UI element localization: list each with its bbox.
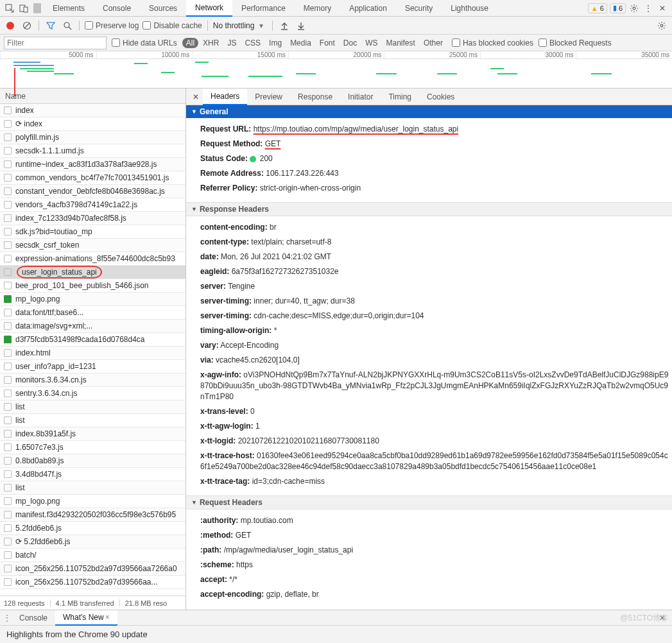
request-row[interactable]: mp_logo.png bbox=[0, 293, 185, 306]
filter-chip-font[interactable]: Font bbox=[316, 38, 339, 48]
detail-close-icon[interactable]: ✕ bbox=[189, 92, 203, 101]
request-row[interactable]: index bbox=[0, 104, 185, 117]
header-row: x-agw-info: oVi3PNOHdNtQp9Bm7x7TaYnuf-AL… bbox=[200, 368, 669, 404]
request-row[interactable]: batch/ bbox=[0, 549, 185, 562]
request-row[interactable]: constant_vendor_0ebfcfe8b0468e3698ac.js bbox=[0, 185, 185, 198]
header-row: :path: /mp/agw/media/user_login_status_a… bbox=[200, 543, 669, 558]
disable-cache-checkbox[interactable]: Disable cache bbox=[142, 21, 202, 30]
filter-chip-all[interactable]: All bbox=[182, 38, 198, 48]
request-row[interactable]: expression-animations_8f55e744600dc8c5b9… bbox=[0, 252, 185, 266]
file-icon bbox=[4, 403, 12, 411]
detail-tab-cookies[interactable]: Cookies bbox=[419, 89, 462, 105]
inspect-icon[interactable] bbox=[3, 4, 17, 13]
request-row[interactable]: manifest.f3d4293220502f036cc5f98e3c576b9… bbox=[0, 508, 185, 522]
filter-input[interactable] bbox=[4, 37, 107, 49]
filter-toggle-icon[interactable] bbox=[44, 19, 57, 32]
request-row[interactable]: 0.8bd0ab89.js bbox=[0, 454, 185, 468]
request-row[interactable]: icon_256x256.110752bd2a97d39566aa... bbox=[0, 576, 185, 589]
has-blocked-cookies-checkbox[interactable]: Has blocked cookies bbox=[452, 39, 533, 47]
drawer-tab-close-icon[interactable]: × bbox=[105, 613, 110, 622]
main-tab-console[interactable]: Console bbox=[94, 0, 140, 17]
drawer-close-icon[interactable]: ✕ bbox=[655, 613, 669, 622]
request-row[interactable]: vendors_4acfb3798d74149c1a22.js bbox=[0, 198, 185, 212]
kebab-icon[interactable]: ⋮ bbox=[641, 4, 655, 13]
request-row[interactable]: user_login_status_api bbox=[0, 266, 185, 279]
request-row[interactable]: ⟳ 5.2fdd6eb6.js bbox=[0, 535, 185, 549]
request-row[interactable]: common_vendors_bc4f7e7fc70013451901.js bbox=[0, 171, 185, 185]
throttling-select[interactable]: No throttling▾ bbox=[213, 21, 268, 30]
general-section-header[interactable]: ▼General bbox=[186, 105, 672, 118]
messages-badge[interactable]: ▮6 bbox=[610, 3, 626, 13]
filter-chip-js[interactable]: JS bbox=[223, 38, 240, 48]
search-icon[interactable] bbox=[61, 19, 74, 32]
upload-har-icon[interactable] bbox=[278, 19, 291, 32]
main-tab-application[interactable]: Application bbox=[340, 0, 396, 17]
filter-chip-css[interactable]: CSS bbox=[241, 38, 264, 48]
request-row[interactable]: sentry.3.6.34.cn.js bbox=[0, 387, 185, 400]
request-headers-section[interactable]: ▼Request Headers bbox=[186, 495, 672, 510]
request-row[interactable]: index.8b391a5f.js bbox=[0, 427, 185, 441]
request-row[interactable]: user_info?app_id=1231 bbox=[0, 360, 185, 373]
drawer-kebab-icon[interactable]: ⋮ bbox=[3, 613, 12, 622]
request-row[interactable]: monitors.3.6.34.cn.js bbox=[0, 373, 185, 387]
request-row[interactable]: list bbox=[0, 400, 185, 414]
main-tab-security[interactable]: Security bbox=[396, 0, 442, 17]
filter-chip-other[interactable]: Other bbox=[420, 38, 447, 48]
filter-chip-xhr[interactable]: XHR bbox=[199, 38, 223, 48]
request-row[interactable]: data:font/ttf;base6... bbox=[0, 306, 185, 320]
devtools-close-icon[interactable]: ✕ bbox=[655, 4, 669, 13]
request-row[interactable]: secsdk_csrf_token bbox=[0, 239, 185, 252]
request-row[interactable]: data:image/svg+xml;... bbox=[0, 320, 185, 333]
download-har-icon[interactable] bbox=[295, 19, 307, 32]
device-toggle-icon[interactable] bbox=[17, 4, 31, 13]
request-row[interactable]: mp_logo.png bbox=[0, 495, 185, 508]
timeline-overview[interactable]: 5000 ms10000 ms15000 ms20000 ms25000 ms3… bbox=[0, 51, 672, 89]
request-row[interactable]: 3.4d8bd47f.js bbox=[0, 468, 185, 481]
request-row[interactable]: icon_256x256.110752bd2a97d39566aa7266a0 bbox=[0, 562, 185, 576]
request-row[interactable]: ⟳ index bbox=[0, 117, 185, 131]
file-icon bbox=[4, 255, 12, 262]
hide-data-urls-checkbox[interactable]: Hide data URLs bbox=[112, 39, 177, 47]
request-row[interactable]: list bbox=[0, 481, 185, 495]
drawer-tab-console[interactable]: Console bbox=[12, 610, 55, 626]
detail-tab-response[interactable]: Response bbox=[290, 89, 340, 105]
request-row[interactable]: polyfill.min.js bbox=[0, 131, 185, 144]
main-tab-network[interactable]: Network bbox=[186, 0, 232, 17]
request-name: bee_prod_101_bee_publish_5466.json bbox=[15, 281, 149, 290]
request-row[interactable]: secsdk-1.1.1.umd.js bbox=[0, 144, 185, 158]
filter-chip-manifest[interactable]: Manifest bbox=[383, 38, 419, 48]
request-row[interactable]: bee_prod_101_bee_publish_5466.json bbox=[0, 279, 185, 293]
request-list-header[interactable]: Name bbox=[0, 89, 185, 104]
main-tab-elements[interactable]: Elements bbox=[44, 0, 94, 17]
warnings-badge[interactable]: ▲6 bbox=[588, 3, 607, 13]
filter-chip-img[interactable]: Img bbox=[265, 38, 286, 48]
response-headers-section[interactable]: ▼Response Headers bbox=[186, 202, 672, 216]
request-row[interactable]: 1.6507c7e3.js bbox=[0, 441, 185, 454]
detail-tab-initiator[interactable]: Initiator bbox=[340, 89, 381, 105]
clear-button[interactable] bbox=[21, 19, 33, 32]
main-tab-performance[interactable]: Performance bbox=[232, 0, 295, 17]
detail-tab-timing[interactable]: Timing bbox=[381, 89, 419, 105]
request-row[interactable]: sdk.js?bid=toutiao_mp bbox=[0, 225, 185, 239]
request-row[interactable]: 5.2fdd6eb6.js bbox=[0, 522, 185, 535]
network-settings-icon[interactable] bbox=[655, 19, 668, 32]
detail-tab-preview[interactable]: Preview bbox=[247, 89, 290, 105]
filter-chip-doc[interactable]: Doc bbox=[340, 38, 361, 48]
filter-chip-media[interactable]: Media bbox=[286, 38, 315, 48]
request-row[interactable]: runtime~index_ac83f1d3a378af3ae928.js bbox=[0, 158, 185, 171]
main-tab-sources[interactable]: Sources bbox=[140, 0, 186, 17]
main-tab-lighthouse[interactable]: Lighthouse bbox=[442, 0, 497, 17]
detail-tab-headers[interactable]: Headers bbox=[203, 89, 247, 105]
drawer-tab-what-s-new[interactable]: What's New × bbox=[55, 610, 117, 626]
request-row[interactable]: list bbox=[0, 414, 185, 427]
request-row[interactable]: d3f75fcdb531498f9cada16d0768d4ca bbox=[0, 333, 185, 347]
record-button[interactable] bbox=[4, 19, 17, 32]
main-tab-memory[interactable]: Memory bbox=[295, 0, 340, 17]
request-name: runtime~index_ac83f1d3a378af3ae928.js bbox=[15, 160, 157, 169]
request-row[interactable]: index.html bbox=[0, 347, 185, 360]
preserve-log-checkbox[interactable]: Preserve log bbox=[85, 21, 139, 30]
filter-chip-ws[interactable]: WS bbox=[361, 38, 381, 48]
settings-icon[interactable] bbox=[627, 4, 641, 13]
request-row[interactable]: index_7c1233d94b70afec8f58.js bbox=[0, 212, 185, 225]
blocked-requests-checkbox[interactable]: Blocked Requests bbox=[538, 39, 612, 47]
